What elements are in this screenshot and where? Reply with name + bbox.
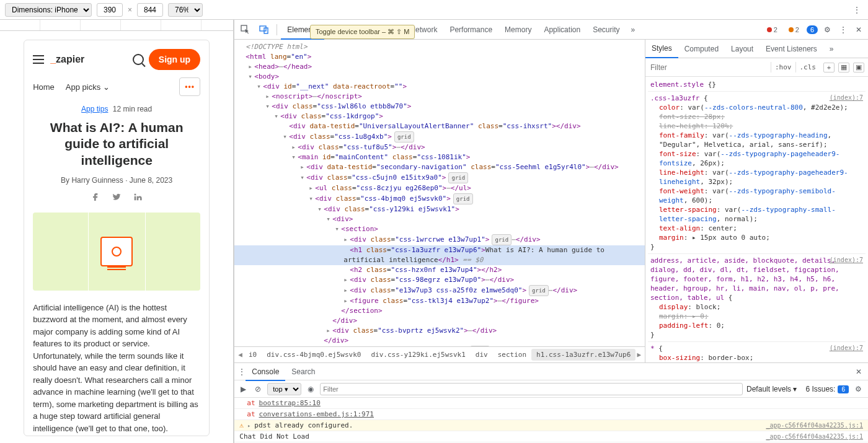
site-logo[interactable]: _zapier — [50, 54, 84, 65]
console-line[interactable]: at conversations-embed.js:1:971 — [234, 409, 868, 420]
css-rule[interactable]: address, article, aside, blockquote, det… — [648, 254, 866, 342]
hov-toggle[interactable]: :hov — [771, 62, 795, 72]
console-close-icon[interactable]: ✕ — [853, 367, 864, 376]
inspect-element-icon[interactable] — [237, 25, 254, 35]
tree-node[interactable]: ▾<section> — [234, 224, 645, 234]
error-count-badge[interactable]: 2 — [763, 25, 781, 34]
styles-more-tabs-icon[interactable]: » — [823, 40, 840, 58]
breadcrumb-segment[interactable]: section — [493, 349, 531, 361]
devtools-tab-security[interactable]: Security — [587, 20, 626, 39]
console-line[interactable]: ⚠▸ pdst already configured._app-c56f64f0… — [234, 420, 868, 431]
styles-rules[interactable]: element.style {}.css-1a3uzfr {(index):7c… — [645, 77, 868, 362]
breadcrumb-segment[interactable]: div.css-4bjmq0.ej5wsvk0 — [262, 349, 366, 361]
info-count-badge[interactable]: 6 — [807, 25, 818, 34]
styles-tab-event-listeners[interactable]: Event Listeners — [760, 40, 823, 58]
styles-tab-layout[interactable]: Layout — [725, 40, 760, 58]
computed-icon[interactable]: ▦ — [838, 63, 849, 72]
console-clear-icon[interactable]: ⊘ — [252, 384, 264, 395]
tree-node[interactable]: ▸<div class="css-1wrcrwe e13w7up1">grid⋯… — [234, 234, 645, 245]
tree-node[interactable]: ▾<div class="css-4bjmq0 ej5wsvk0">grid — [234, 193, 645, 204]
tree-node[interactable]: <!DOCTYPE html> — [234, 42, 645, 52]
linkedin-icon[interactable] — [133, 192, 143, 204]
console-settings-icon[interactable]: ⚙ — [852, 384, 864, 395]
crumb-scroll-right-icon[interactable]: ▶ — [636, 351, 642, 359]
rendering-icon[interactable]: ▣ — [853, 63, 864, 72]
settings-icon[interactable]: ⚙ — [820, 25, 835, 34]
tree-node[interactable]: </section> — [234, 306, 645, 316]
css-rule[interactable]: .css-1a3uzfr {(index):7color: var(--zds-… — [648, 92, 866, 254]
tree-node[interactable]: ▸<ul class="css-8czjyu eg268ep0">⋯</ul> — [234, 183, 645, 193]
device-more-icon[interactable]: ⋮ — [851, 3, 863, 17]
tree-node[interactable]: ▾<div class="css-c5ujn0 e15itx9a0">grid — [234, 172, 645, 183]
console-tab-search[interactable]: Search — [285, 364, 321, 380]
console-line[interactable]: Chat Did Not Load_app-c56f64f04aa42235.j… — [234, 431, 868, 442]
warning-count-badge[interactable]: 2 — [785, 25, 803, 34]
search-icon[interactable] — [133, 54, 144, 65]
crumb-scroll-left-icon[interactable]: ◀ — [237, 351, 244, 359]
devtools-kebab-icon[interactable]: ⋮ — [836, 25, 851, 34]
tree-node[interactable]: </div> — [234, 316, 645, 326]
tree-node[interactable]: ▾<main id="mainContent" class="css-1081i… — [234, 152, 645, 162]
menu-icon[interactable] — [33, 55, 44, 64]
css-rule[interactable]: * {(index):7box-sizing: border-box;} — [648, 342, 866, 362]
tree-node[interactable]: ▸<div data-testid="secondary-navigation"… — [234, 162, 645, 172]
styles-tab-computed[interactable]: Computed — [678, 40, 725, 58]
tree-node[interactable]: </div> — [234, 336, 645, 346]
tree-node[interactable]: ▸<figure class="css-tkl3j4 e13w7up2">⋯</… — [234, 296, 645, 306]
tree-node[interactable]: <h1 class="css-1a3uzfr e13w7up6">What is… — [234, 245, 645, 265]
tree-node[interactable]: ▾<div class="css-1u8g4xb">grid — [234, 131, 645, 143]
tree-node[interactable]: ▸<head>⋯</head> — [234, 62, 645, 72]
device-toggle-icon[interactable] — [255, 25, 273, 35]
tree-node[interactable]: ▸<noscript>⋯</noscript> — [234, 92, 645, 102]
tree-node[interactable]: ▾<div class="css-1wl86lo etbb8w70"> — [234, 102, 645, 112]
elements-breadcrumb[interactable]: ◀ i0div.css-4bjmq0.ej5wsvk0div.css-y129k… — [234, 346, 645, 362]
breadcrumb-segment[interactable]: div — [471, 349, 493, 361]
breadcrumb-segment[interactable]: i0 — [244, 349, 262, 361]
devtools-more-tabs-icon[interactable]: » — [627, 25, 639, 34]
console-log[interactable]: at bootstrap:85:10at conversations-embed… — [234, 398, 868, 443]
styles-tab-styles[interactable]: Styles — [645, 40, 678, 58]
tree-node[interactable]: ▸<div class="e13w7up3 css-a25f0z e1mwe5d… — [234, 285, 645, 296]
cls-toggle[interactable]: .cls — [795, 62, 820, 72]
nav-home[interactable]: Home — [33, 82, 55, 92]
tree-node[interactable]: ▸<div class="css-bvprtz ej5wsvk2">⋯</div… — [234, 326, 645, 336]
zoom-select[interactable]: 76% — [168, 3, 203, 17]
tree-node[interactable]: ▸<div class="css-tuf8u5">⋯</div> — [234, 143, 645, 152]
console-kebab-icon[interactable]: ⋮ — [238, 367, 246, 376]
tree-node[interactable]: ▸<div class="css-98egrz e13w7up0">⋯</div… — [234, 275, 645, 285]
dimensions-select[interactable]: Dimensions: iPhone 12… — [5, 3, 92, 17]
tree-node[interactable]: ▾<body> — [234, 72, 645, 82]
nav-app-picks[interactable]: App picks ⌄ — [66, 82, 110, 92]
device-height-input[interactable] — [137, 3, 163, 17]
console-eye-icon[interactable]: ◉ — [305, 384, 316, 395]
console-issues-label[interactable]: 6 Issues:6 — [805, 385, 849, 393]
more-options-button[interactable]: ••• — [179, 77, 200, 96]
device-width-input[interactable] — [97, 3, 123, 17]
console-levels-select[interactable]: Default levels ▾ — [746, 385, 797, 393]
console-line[interactable]: at bootstrap:85:10 — [234, 398, 868, 409]
new-style-rule-icon[interactable]: + — [823, 63, 835, 72]
devtools-tab-performance[interactable]: Performance — [443, 20, 498, 39]
signup-button[interactable]: Sign up — [149, 49, 200, 70]
console-filter-input[interactable] — [320, 383, 743, 395]
tree-node[interactable]: ▾<div class="css-y129ki ej5wsvk1"> — [234, 204, 645, 214]
tree-node[interactable]: <h2 class="css-hzx0nf e13w7up4"></h2> — [234, 265, 645, 275]
breadcrumb-segment[interactable]: div.css-y129ki.ej5wsvk1 — [366, 349, 470, 361]
styles-filter-input[interactable] — [645, 61, 771, 74]
tree-node[interactable]: <div data-testid="UniversalLayoutAlertBa… — [234, 121, 645, 131]
tree-node[interactable]: ▾<div id="__next" data-reactroot=""> — [234, 82, 645, 92]
devtools-tab-application[interactable]: Application — [538, 20, 587, 39]
devtools-close-icon[interactable]: ✕ — [852, 25, 866, 34]
css-rule[interactable]: element.style {} — [648, 78, 866, 92]
console-play-icon[interactable]: ▶ — [238, 384, 249, 395]
console-context-select[interactable]: top ▾ — [267, 383, 301, 395]
tree-node[interactable]: ▾<div class="css-1kdrgop"> — [234, 112, 645, 121]
tree-node[interactable]: <html lang="en"> — [234, 52, 645, 62]
facebook-icon[interactable] — [91, 192, 100, 204]
breadcrumb-segment[interactable]: h1.css-1a3uzfr.e13w7up6 — [531, 349, 636, 361]
elements-tree[interactable]: <!DOCTYPE html><html lang="en">▸<head>⋯<… — [234, 40, 645, 346]
devtools-tab-memory[interactable]: Memory — [498, 20, 538, 39]
console-tab-console[interactable]: Console — [246, 364, 285, 381]
tree-node[interactable]: ▾<div> — [234, 214, 645, 224]
app-tips-link[interactable]: App tips — [81, 105, 108, 113]
